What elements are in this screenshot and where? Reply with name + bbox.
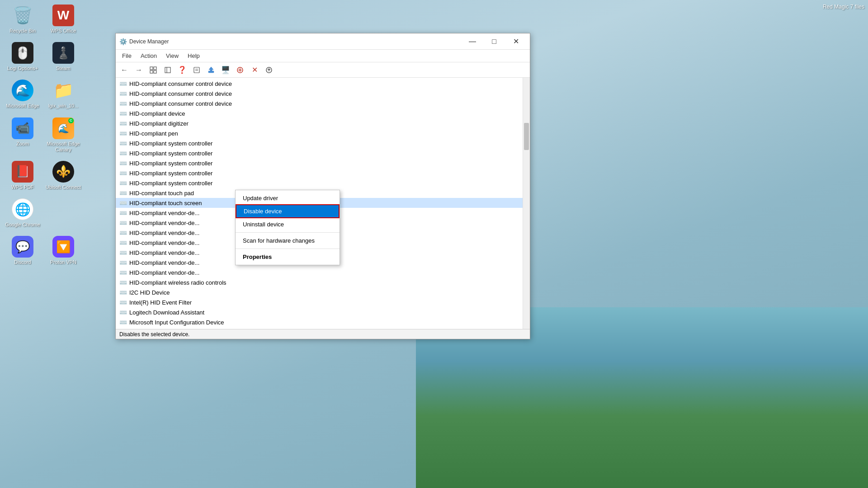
menu-action[interactable]: Action [136, 51, 161, 61]
toolbar-add-driver[interactable] [233, 64, 247, 76]
maximize-button[interactable]: □ [484, 34, 505, 49]
device-icon: ⌨️ [119, 160, 127, 167]
device-icon: ⌨️ [119, 319, 127, 326]
menu-file[interactable]: File [118, 51, 136, 61]
toolbar-forward[interactable]: → [132, 64, 146, 76]
desktop-icon-proton-vpn[interactable]: 🔽 Proton VPN [45, 236, 81, 265]
menu-bar: File Action View Help [116, 50, 530, 62]
device-item[interactable]: ⌨️ HID-compliant pen [116, 128, 523, 138]
device-icon: ⌨️ [119, 259, 127, 266]
device-item[interactable]: ⌨️ HID-compliant system controller [116, 158, 523, 168]
status-bar: Disables the selected device. [116, 329, 530, 339]
toolbar-back[interactable]: ← [118, 64, 131, 76]
device-icon: ⌨️ [119, 249, 127, 256]
dm-window-icon: ⚙️ [119, 38, 127, 45]
svg-marker-10 [209, 67, 213, 71]
svg-rect-1 [154, 67, 156, 70]
device-icon: ⌨️ [119, 150, 127, 157]
device-item[interactable]: ⌨️ Logitech Download Assistant [116, 307, 523, 317]
svg-rect-3 [154, 70, 156, 73]
context-menu: Update driver Disable device Uninstall d… [235, 190, 340, 265]
desktop-icon-wps-office[interactable]: W WPS Office [45, 5, 81, 34]
device-item[interactable]: ⌨️ HID-compliant consumer control device [116, 89, 523, 99]
menu-help[interactable]: Help [183, 51, 204, 61]
device-item[interactable]: ⌨️ Microsoft Input Configuration Device [116, 327, 523, 329]
device-item[interactable]: ⌨️ I2C HID Device [116, 287, 523, 297]
toolbar-help[interactable]: ❓ [175, 64, 189, 76]
status-text: Disables the selected device. [119, 331, 189, 338]
device-icon: ⌨️ [119, 328, 127, 329]
ctx-separator-2 [236, 249, 340, 249]
toolbar-view-resources[interactable] [161, 64, 175, 76]
toolbar: ← → ❓ [116, 62, 530, 78]
desktop-icon-microsoft-edge[interactable]: 🌊 Microsoft Edge [5, 80, 41, 109]
device-icon: ⌨️ [119, 80, 127, 87]
device-item[interactable]: ⌨️ HID-compliant system controller [116, 148, 523, 158]
desktop-icon-logi-options[interactable]: 🖱️ Logi Options+ [5, 42, 41, 71]
ctx-uninstall-device[interactable]: Uninstall device [236, 218, 340, 230]
device-icon: ⌨️ [119, 100, 127, 107]
dm-window-title: Device Manager [129, 38, 462, 45]
title-bar-controls: — □ ✕ [462, 34, 526, 49]
desktop-icon-ubisoft[interactable]: ⚜️ Ubisoft Connect [45, 161, 81, 190]
toolbar-properties[interactable] [190, 64, 203, 76]
menu-view[interactable]: View [161, 51, 183, 61]
device-icon: ⌨️ [119, 289, 127, 296]
desktop: Red Magic 7 files 🗑️ Recycle Bin W WPS O… [0, 0, 868, 488]
device-list-scrollbar[interactable] [523, 78, 530, 329]
device-item[interactable]: ⌨️ HID-compliant device [116, 108, 523, 118]
toolbar-scan[interactable] [262, 64, 276, 76]
device-item[interactable]: ⌨️ HID-compliant system controller [116, 168, 523, 178]
desktop-icon-discord[interactable]: 💬 Discord [5, 236, 41, 265]
toolbar-view-devices[interactable] [146, 64, 160, 76]
device-item[interactable]: ⌨️ HID-compliant digitizer [116, 118, 523, 128]
device-icon: ⌨️ [119, 219, 127, 226]
device-icon: ⌨️ [119, 209, 127, 216]
desktop-icon-google-chrome[interactable]: 🌐 Google Chrome [5, 198, 41, 228]
desktop-icon-wps-pdf[interactable]: 📕 WPS PDF [5, 161, 41, 190]
content-area: ⌨️ HID-compliant consumer control device… [116, 78, 530, 329]
device-item[interactable]: ⌨️ HID-compliant consumer control device [116, 79, 523, 89]
top-right-label: Red Magic 7 files [823, 4, 864, 11]
desktop-icon-steam[interactable]: ♟️ Steam [45, 42, 81, 71]
close-button[interactable]: ✕ [505, 34, 526, 49]
ctx-separator-1 [236, 232, 340, 233]
device-manager-window: ⚙️ Device Manager — □ ✕ File Action View… [115, 33, 530, 339]
toolbar-update-driver[interactable] [204, 64, 218, 76]
device-item[interactable]: ⌨️ HID-compliant wireless radio controls [116, 277, 523, 287]
desktop-icon-edge-canary[interactable]: C 🌊 Microsoft Edge Canary [45, 117, 81, 153]
device-list[interactable]: ⌨️ HID-compliant consumer control device… [116, 78, 523, 329]
ctx-properties[interactable]: Properties [236, 251, 340, 263]
ctx-update-driver[interactable]: Update driver [236, 192, 340, 204]
device-icon: ⌨️ [119, 279, 127, 286]
device-icon: ⌨️ [119, 140, 127, 147]
device-item[interactable]: ⌨️ Intel(R) HID Event Filter [116, 297, 523, 307]
red-magic-label: Red Magic 7 files [823, 4, 864, 11]
device-icon: ⌨️ [119, 199, 127, 206]
device-icon: ⌨️ [119, 239, 127, 246]
title-bar: ⚙️ Device Manager — □ ✕ [116, 33, 530, 50]
toolbar-remove-driver[interactable]: ✕ [248, 64, 261, 76]
device-icon: ⌨️ [119, 179, 127, 187]
device-item[interactable]: ⌨️ HID-compliant system controller [116, 138, 523, 148]
device-icon: ⌨️ [119, 269, 127, 276]
device-item[interactable]: ⌨️ HID-compliant consumer control device [116, 99, 523, 108]
device-icon: ⌨️ [119, 229, 127, 236]
ctx-scan-hardware[interactable]: Scan for hardware changes [236, 235, 340, 247]
device-item[interactable]: ⌨️ HID-compliant vendor-de... [116, 267, 523, 277]
minimize-button[interactable]: — [462, 34, 483, 49]
svg-rect-2 [150, 70, 153, 73]
scrollbar-thumb[interactable] [524, 123, 529, 150]
svg-rect-9 [208, 71, 214, 73]
device-icon: ⌨️ [119, 189, 127, 197]
device-item[interactable]: ⌨️ Microsoft Input Configuration Device [116, 317, 523, 327]
device-icon: ⌨️ [119, 90, 127, 97]
ctx-disable-device[interactable]: Disable device [236, 204, 340, 218]
toolbar-monitor[interactable]: 🖥️ [219, 64, 232, 76]
device-icon: ⌨️ [119, 299, 127, 306]
desktop-icon-recycle-bin[interactable]: 🗑️ Recycle Bin [5, 5, 41, 34]
device-icon: ⌨️ [119, 169, 127, 177]
desktop-icon-folder[interactable]: 📁 lgix_win_10... [45, 80, 81, 109]
device-item[interactable]: ⌨️ HID-compliant system controller [116, 178, 523, 188]
desktop-icon-zoom[interactable]: 📹 Zoom [5, 117, 41, 153]
